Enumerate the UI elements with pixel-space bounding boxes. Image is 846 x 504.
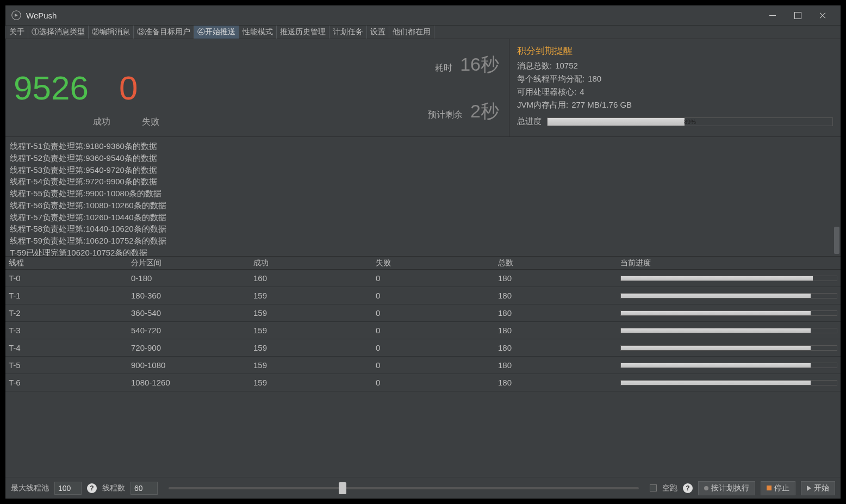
log-line: 线程T-55负责处理第:9900-10080条的数据 [10,188,836,200]
help-icon[interactable]: ? [87,483,97,493]
remaining-value: 2秒 [470,99,499,124]
jvm-label: JVM内存占用: [517,100,568,110]
close-button[interactable] [810,7,835,23]
cell-progress [617,276,841,281]
thread-slider[interactable] [169,482,639,495]
table-row[interactable]: T-00-1801600180 [5,270,841,287]
app-window: WePush 关于①选择消息类型②编辑消息③准备目标用户④开始推送性能模式推送历… [5,5,841,499]
cell-total: 180 [495,378,617,387]
cell-total: 180 [495,273,617,283]
cell-range: 0-180 [128,273,250,283]
tab-0[interactable]: 关于 [5,26,28,39]
cell-range: 1080-1260 [128,378,250,387]
stop-icon [767,486,772,490]
minimize-button[interactable] [760,7,785,23]
cell-total: 180 [495,291,617,300]
cell-success: 160 [250,273,372,283]
cell-range: 900-1080 [128,360,250,370]
cell-range: 720-900 [128,343,250,352]
cell-total: 180 [495,360,617,370]
tab-7[interactable]: 计划任务 [329,26,367,39]
cell-progress [617,310,841,316]
col-thread[interactable]: 线程 [5,258,128,268]
overall-progress-bar: 89% [547,117,833,126]
log-line: 线程T-59负责处理第:10620-10752条的数据 [10,235,836,247]
tab-1[interactable]: ①选择消息类型 [28,26,89,39]
log-line: 线程T-58负责处理第:10440-10620条的数据 [10,223,836,235]
top-panel: 9526 成功 0 失败 耗时 16秒 预计剩余 2秒 积分到期提醒 消息总数:… [5,39,841,137]
cell-total: 180 [495,343,617,352]
log-scrollbar[interactable] [834,139,839,254]
tab-6[interactable]: 推送历史管理 [277,26,329,39]
cell-thread: T-5 [5,360,128,370]
tab-9[interactable]: 他们都在用 [389,26,434,39]
total-msg-label: 消息总数: [517,61,552,71]
maximize-button[interactable] [785,7,810,23]
cell-success: 159 [250,326,372,335]
stop-button[interactable]: 停止 [761,481,795,495]
table-row[interactable]: T-5900-10801590180 [5,357,841,374]
cell-success: 159 [250,343,372,352]
log-line: 线程T-56负责处理第:10080-10260条的数据 [10,200,836,211]
fail-label: 失败 [142,116,159,136]
cell-range: 540-720 [128,326,250,335]
log-output[interactable]: 线程T-51负责处理第:9180-9360条的数据线程T-52负责处理第:936… [5,137,841,257]
dryrun-label: 空跑 [662,483,677,493]
cell-fail: 0 [372,326,495,335]
table-row[interactable]: T-3540-7201590180 [5,322,841,339]
dryrun-checkbox[interactable] [650,484,657,491]
schedule-button[interactable]: 按计划执行 [698,481,755,495]
start-button[interactable]: 开始 [801,481,835,495]
cell-success: 159 [250,360,372,370]
app-logo-icon [11,10,22,21]
cell-progress [617,380,841,385]
col-progress[interactable]: 当前进度 [617,258,841,268]
cell-thread: T-6 [5,378,128,387]
play-icon [807,486,811,491]
remaining-label: 预计剩余 [428,109,463,121]
tab-5[interactable]: 性能模式 [239,26,277,39]
tab-2[interactable]: ②编辑消息 [89,26,134,39]
success-label: 成功 [93,116,110,136]
task-title: 积分到期提醒 [517,45,833,57]
cell-range: 360-540 [128,308,250,318]
thread-count-label: 线程数 [102,483,125,493]
cell-thread: T-1 [5,291,128,300]
col-success[interactable]: 成功 [250,258,372,268]
cell-success: 159 [250,308,372,318]
cell-fail: 0 [372,291,495,300]
log-line: T-59已处理完第10620-10752条的数据 [10,247,836,257]
help-icon[interactable]: ? [683,483,693,493]
max-pool-input[interactable] [54,482,82,495]
tab-3[interactable]: ③准备目标用户 [134,26,194,39]
tab-bar: 关于①选择消息类型②编辑消息③准备目标用户④开始推送性能模式推送历史管理计划任务… [5,25,841,39]
thread-count-input[interactable] [130,482,158,495]
cell-fail: 0 [372,273,495,283]
log-line: 线程T-51负责处理第:9180-9360条的数据 [10,140,836,152]
tab-4[interactable]: ④开始推送 [194,26,239,39]
col-fail[interactable]: 失败 [372,258,495,268]
per-thread-value: 180 [588,74,601,84]
log-line: 线程T-53负责处理第:9540-9720条的数据 [10,164,836,176]
cpu-label: 可用处理器核心: [517,87,576,97]
cell-thread: T-3 [5,326,128,335]
col-range[interactable]: 分片区间 [128,258,250,268]
scrollbar-thumb[interactable] [834,227,839,254]
cell-range: 180-360 [128,291,250,300]
table-row[interactable]: T-61080-12601590180 [5,374,841,391]
log-line: 线程T-52负责处理第:9360-9540条的数据 [10,152,836,164]
table-row[interactable]: T-4720-9001590180 [5,339,841,357]
cell-progress [617,363,841,368]
col-total[interactable]: 总数 [495,258,617,268]
cell-thread: T-4 [5,343,128,352]
table-row[interactable]: T-1180-3601590180 [5,287,841,304]
dot-icon [704,486,708,490]
table-row[interactable]: T-2360-5401590180 [5,304,841,322]
jvm-value: 277 MB/1.76 GB [571,100,632,110]
cpu-value: 4 [580,87,584,97]
tab-8[interactable]: 设置 [367,26,389,39]
overall-progress-text: 89% [684,119,696,125]
app-title: WePush [26,11,57,20]
fail-count: 0 [119,69,138,107]
cell-success: 159 [250,378,372,387]
